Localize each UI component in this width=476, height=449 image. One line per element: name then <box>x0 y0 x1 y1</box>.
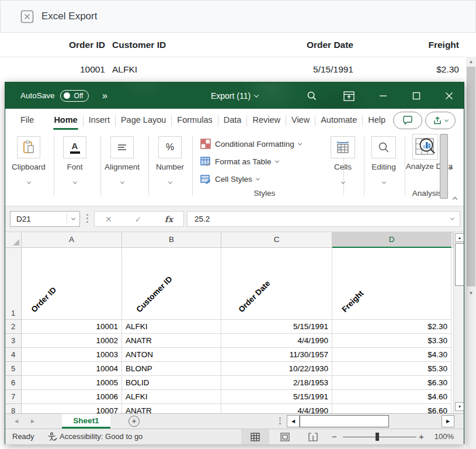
page-vertical-scrollbar[interactable]: ▲ ▼ <box>466 57 476 449</box>
page-break-preview-button[interactable] <box>300 429 326 444</box>
minimize-button[interactable] <box>376 89 390 103</box>
sheet-nav-right-icon[interactable]: ▶ <box>31 414 34 429</box>
document-title[interactable]: Export (11) <box>5 82 464 109</box>
normal-view-button[interactable] <box>241 429 269 444</box>
cell-d6[interactable]: $6.30 <box>332 376 451 390</box>
status-accessibility[interactable]: Accessibility: Good to go <box>60 429 143 444</box>
cancel-icon[interactable]: ✕ <box>105 215 112 224</box>
hscroll-thumb[interactable] <box>300 415 389 427</box>
editing-button[interactable] <box>371 136 396 158</box>
format-as-table-button[interactable]: Format as Table <box>200 156 279 167</box>
row-header-6[interactable]: 6 <box>5 376 22 390</box>
alignment-group-chevron[interactable] <box>99 176 145 186</box>
row-header-5[interactable]: 5 <box>5 362 22 376</box>
row-header-4[interactable]: 4 <box>5 348 22 362</box>
enter-icon[interactable]: ✓ <box>135 215 142 224</box>
ribbon-scrollbar[interactable] <box>440 134 448 199</box>
expand-formula-bar-icon[interactable] <box>450 216 454 220</box>
cell-c4[interactable]: 11/30/1957 <box>221 348 332 362</box>
column-header-c[interactable]: C <box>221 232 332 248</box>
cell-c3[interactable]: 4/4/1990 <box>221 334 332 348</box>
zoom-slider-thumb[interactable] <box>376 433 379 441</box>
cells-button[interactable] <box>331 136 355 158</box>
formula-bar-resize-handle[interactable] <box>86 214 88 223</box>
tab-data[interactable]: Data <box>218 109 247 132</box>
editing-group-label[interactable]: Editing <box>360 163 407 171</box>
sheet-vscroll-thumb[interactable] <box>455 243 464 286</box>
cells-group-chevron[interactable] <box>319 176 366 186</box>
clipboard-group-chevron[interactable] <box>5 176 52 186</box>
ribbon-display-options-button[interactable] <box>342 89 356 103</box>
maximize-button[interactable] <box>409 89 423 103</box>
cell-a1[interactable]: Order ID <box>22 248 122 320</box>
analyze-data-button[interactable] <box>412 134 438 160</box>
conditional-formatting-button[interactable]: Conditional Formatting <box>200 138 301 150</box>
cell-a6[interactable]: 10005 <box>22 376 122 390</box>
zoom-out-button[interactable]: − <box>332 429 337 444</box>
cell-c1[interactable]: Order Date <box>221 248 332 320</box>
cell-d5[interactable]: $5.30 <box>332 362 451 376</box>
name-box[interactable]: D21 <box>10 211 80 227</box>
zoom-slider-track[interactable] <box>343 437 416 437</box>
ribbon-more-arrow[interactable]: › <box>449 163 452 172</box>
cell-d7[interactable]: $4.60 <box>332 390 451 404</box>
cell-d3[interactable]: $3.30 <box>332 334 451 348</box>
cell-b7[interactable]: ALFKI <box>122 390 221 404</box>
cell-b4[interactable]: ANTON <box>122 348 221 362</box>
row-header-7[interactable]: 7 <box>5 390 22 404</box>
tab-automate[interactable]: Automate <box>315 109 362 132</box>
tab-home[interactable]: Home <box>48 109 82 132</box>
formula-input[interactable]: 25.2 <box>187 211 460 227</box>
cell-styles-button[interactable]: Cell Styles <box>200 173 259 185</box>
page-layout-view-button[interactable] <box>272 429 298 444</box>
collapse-ribbon-button[interactable] <box>450 194 460 202</box>
insert-function-icon[interactable]: fx <box>165 215 173 224</box>
select-all-button[interactable] <box>5 232 22 248</box>
cell-a8[interactable]: 10007 <box>22 404 122 413</box>
row-header-8[interactable]: 8 <box>5 404 22 413</box>
close-button[interactable] <box>442 89 456 103</box>
cell-c6[interactable]: 2/18/1953 <box>221 376 332 390</box>
cell-b5[interactable]: BLONP <box>122 362 221 376</box>
page-scrollbar-thumb[interactable] <box>467 67 475 286</box>
zoom-level[interactable]: 100% <box>427 429 454 444</box>
cell-b3[interactable]: ANATR <box>122 334 221 348</box>
tab-insert[interactable]: Insert <box>84 109 115 132</box>
scroll-up-arrow-icon[interactable]: ▲ <box>466 58 476 66</box>
number-group-chevron[interactable] <box>147 176 193 186</box>
row-header-2[interactable]: 2 <box>5 320 22 334</box>
excel-titlebar[interactable]: AutoSave Off » Export (11) <box>5 82 464 109</box>
cell-a5[interactable]: 10004 <box>22 362 122 376</box>
column-header-a[interactable]: A <box>22 232 122 248</box>
cell-a7[interactable]: 10006 <box>22 390 122 404</box>
cell-c7[interactable]: 5/15/1991 <box>221 390 332 404</box>
search-button[interactable] <box>305 89 319 103</box>
cell-c2[interactable]: 5/15/1991 <box>221 320 332 334</box>
zoom-in-button[interactable]: + <box>419 429 424 444</box>
cell-d1[interactable]: Freight <box>332 248 451 320</box>
tab-view[interactable]: View <box>286 109 315 132</box>
cell-c8[interactable]: 4/4/1990 <box>221 404 332 413</box>
cell-b2[interactable]: ALFKI <box>122 320 221 334</box>
tab-formulas[interactable]: Formulas <box>172 109 217 132</box>
cell-b1[interactable]: Customer ID <box>122 248 221 320</box>
cell-d8[interactable]: $6.60 <box>332 404 451 413</box>
new-sheet-button[interactable]: + <box>128 416 140 427</box>
font-group-chevron[interactable] <box>51 176 98 186</box>
cell-d4[interactable]: $4.30 <box>332 348 451 362</box>
tab-strip-resize-handle[interactable] <box>279 417 281 424</box>
font-group-label[interactable]: Font <box>51 163 98 171</box>
clipboard-group-label[interactable]: Clipboard <box>5 163 52 171</box>
column-header-b[interactable]: B <box>122 232 221 248</box>
row-header-3[interactable]: 3 <box>5 334 22 348</box>
column-header-d-selected[interactable]: D <box>332 232 451 248</box>
cell-d2[interactable]: $2.30 <box>332 320 451 334</box>
cell-a4[interactable]: 10003 <box>22 348 122 362</box>
cell-a2[interactable]: 10001 <box>22 320 122 334</box>
hscroll-left-arrow-icon[interactable]: ◀ <box>287 415 300 427</box>
alignment-button[interactable] <box>110 136 134 158</box>
share-button[interactable] <box>425 112 456 129</box>
tab-review[interactable]: Review <box>247 109 286 132</box>
scroll-up-arrow-icon[interactable]: ▲ <box>455 233 464 242</box>
scroll-down-arrow-icon[interactable]: ▼ <box>455 402 464 411</box>
